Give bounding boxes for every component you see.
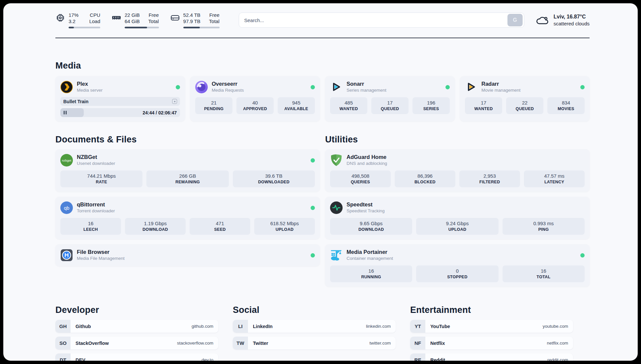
- link-dev[interactable]: DT DEV dev.to: [55, 353, 218, 361]
- stat-approved: 40 APPROVED: [236, 97, 274, 114]
- link-linkedin[interactable]: LI LinkedIn linkedin.com: [233, 320, 396, 333]
- link-stackoverflow[interactable]: SO StackOverflow stackoverflow.com: [55, 337, 218, 349]
- twitter-badge-icon: TW: [233, 337, 248, 349]
- app-card-portainer[interactable]: Media Portainer Container management 16 …: [325, 244, 590, 287]
- stat-leech: 16 LEECH: [60, 218, 121, 235]
- storage-labels: Free Total: [209, 12, 220, 24]
- app-card-nzbget[interactable]: nzbget NZBGet Usenet downloader 744.21 M…: [55, 149, 320, 192]
- section-title-developer: Developer: [55, 305, 218, 315]
- svg-text:nzbget: nzbget: [62, 159, 72, 162]
- app-card-filebrowser[interactable]: File Browser Media File Management: [55, 244, 320, 266]
- app-card-sonarr[interactable]: Sonarr Series management 485 WANTED 17 Q…: [325, 76, 455, 121]
- app-subtitle: Series management: [347, 87, 386, 94]
- section-title-entertainment: Entertainment: [410, 305, 573, 315]
- cpu-icon: [55, 13, 65, 23]
- app-subtitle: DNS and adblocking: [347, 160, 387, 167]
- memory-labels: Free Total: [148, 12, 159, 24]
- github-badge-icon: GH: [55, 320, 71, 333]
- status-dot: [311, 158, 315, 163]
- weather-condition: scattered clouds: [554, 20, 590, 27]
- link-github[interactable]: GH Github github.com: [55, 320, 218, 333]
- adguard-shield-icon: [330, 154, 343, 167]
- stat-seed: 471 SEED: [190, 218, 250, 235]
- app-name: Plex: [77, 80, 103, 87]
- app-card-qbittorrent[interactable]: qb qBittorrent Torrent downloader 16: [55, 197, 320, 239]
- top-bar: 17% 3.2 CPU Load: [55, 3, 590, 28]
- stat-remaining: 266 GB REMAINING: [146, 170, 229, 187]
- stat-series: 196 SERIES: [412, 97, 450, 114]
- app-subtitle: Torrent downloader: [77, 208, 115, 214]
- cloud-icon: [535, 15, 549, 26]
- radarr-icon: [465, 81, 477, 93]
- header-divider: [55, 38, 590, 38]
- app-name: Sonarr: [347, 80, 386, 87]
- now-playing-title: Bullet Train: [63, 99, 88, 104]
- svg-text:qb: qb: [64, 205, 70, 211]
- app-name: Media Portainer: [347, 249, 393, 255]
- memory-progress-bar: [125, 27, 159, 28]
- link-youtube[interactable]: YT YouTube youtube.com: [410, 320, 573, 333]
- stat-downloaded: 39.6 TB DOWNLOADED: [233, 170, 315, 187]
- stat-wanted: 485 WANTED: [330, 97, 367, 114]
- cpu-progress-bar: [69, 27, 100, 28]
- stat-download: 9.65 Gbps DOWNLOAD: [330, 218, 412, 235]
- status-dot: [311, 206, 315, 210]
- stat-queued: 22 QUEUED: [506, 97, 543, 114]
- portainer-crane-icon: [330, 249, 343, 261]
- app-subtitle: Media server: [77, 87, 103, 94]
- stat-upload: 9.24 Gbps UPLOAD: [416, 218, 498, 235]
- weather-widget: Lviv, 16.87°C scattered clouds: [535, 13, 590, 27]
- stat-latency: 47.57 ms LATENCY: [524, 170, 585, 187]
- app-card-speedtest[interactable]: Speedtest Speedtest Tracking 9.65 Gbps D…: [325, 197, 590, 239]
- app-name: File Browser: [77, 249, 125, 255]
- stat-download: 1.19 Gbps DOWNLOAD: [125, 218, 186, 235]
- sonarr-icon: [330, 81, 343, 93]
- disk-icon: [170, 13, 180, 23]
- dev-badge-icon: DT: [55, 353, 71, 361]
- status-dot: [311, 253, 315, 258]
- app-subtitle: Speedtest Tracking: [347, 208, 385, 214]
- stat-movies: 834 MOVIES: [547, 97, 585, 114]
- section-title-media: Media: [55, 61, 590, 71]
- status-dot: [580, 253, 585, 258]
- stat-wanted: 17 WANTED: [465, 97, 502, 114]
- link-reddit[interactable]: RE Reddit reddit.com: [410, 353, 573, 361]
- status-dot: [311, 85, 315, 89]
- stat-filtered: 2,953 FILTERED: [459, 170, 520, 187]
- stat-queued: 17 QUEUED: [371, 97, 409, 114]
- app-card-overseerr[interactable]: Overseerr Media Requests 21 PENDING 40 A…: [190, 76, 320, 121]
- app-card-radarr[interactable]: Radarr Movie management 17 WANTED 22 QUE…: [460, 76, 590, 121]
- section-title-documents: Documents & Files: [55, 135, 320, 145]
- app-card-plex[interactable]: Plex Media server Bullet Train 24:44 / 0…: [55, 76, 185, 121]
- app-subtitle: Container management: [347, 255, 393, 262]
- status-dot: [580, 85, 585, 89]
- nzbget-icon: nzbget: [60, 154, 73, 167]
- app-subtitle: Movie management: [481, 87, 521, 94]
- netflix-badge-icon: NF: [410, 337, 425, 349]
- stat-rate: 744.21 Mbps RATE: [60, 170, 142, 187]
- stackoverflow-badge-icon: SO: [55, 337, 71, 349]
- memory-values: 22 GiB 64 GiB: [125, 12, 140, 24]
- open-modal-icon[interactable]: [172, 99, 177, 104]
- cpu-metric: 17% 3.2 CPU Load: [55, 12, 100, 28]
- pause-icon: [64, 111, 67, 114]
- search-engine-button[interactable]: G: [507, 14, 523, 26]
- reddit-badge-icon: RE: [410, 353, 425, 361]
- dashboard-page: 17% 3.2 CPU Load: [3, 3, 638, 361]
- stat-pending: 21 PENDING: [195, 97, 232, 114]
- search-input[interactable]: [244, 17, 507, 23]
- link-netflix[interactable]: NF Netflix netflix.com: [410, 337, 573, 349]
- app-card-adguard[interactable]: AdGuard Home DNS and adblocking 498,508 …: [325, 149, 590, 192]
- weather-location-temp: Lviv, 16.87°C: [554, 13, 590, 20]
- ram-icon: [111, 13, 121, 23]
- link-twitter[interactable]: TW Twitter twitter.com: [233, 337, 396, 349]
- app-name: NZBGet: [77, 154, 115, 160]
- app-subtitle: Media Requests: [212, 87, 244, 94]
- app-name: Radarr: [481, 80, 521, 87]
- cpu-labels: CPU Load: [89, 12, 100, 24]
- app-subtitle: Usenet downloader: [77, 160, 115, 167]
- overseerr-icon: [195, 81, 208, 93]
- youtube-badge-icon: YT: [410, 320, 425, 333]
- app-subtitle: Media File Management: [77, 255, 125, 262]
- app-name: Overseerr: [212, 80, 244, 87]
